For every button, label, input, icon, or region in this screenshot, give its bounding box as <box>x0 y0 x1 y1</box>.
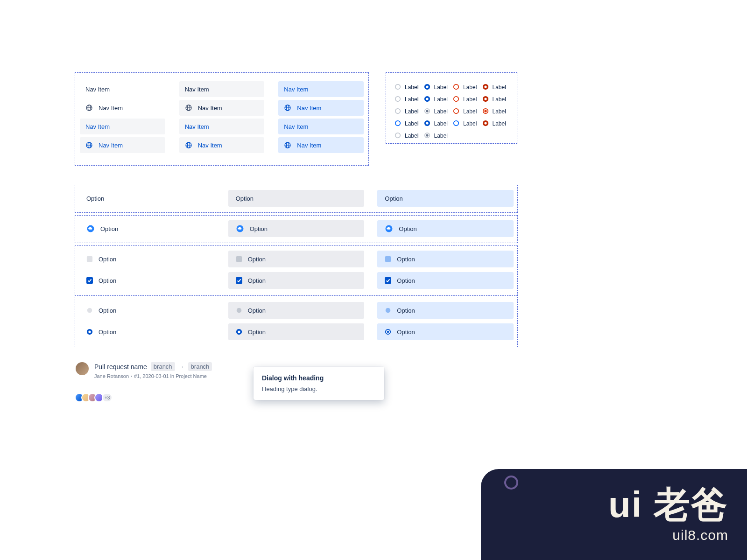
checkbox-checked-icon <box>385 277 391 284</box>
radio-label: Label <box>405 108 418 115</box>
radio-item[interactable]: Label <box>424 105 453 118</box>
svg-point-39 <box>87 308 92 313</box>
radio-item[interactable]: Label <box>424 81 453 93</box>
option-checkbox-unchecked[interactable]: Option <box>228 251 365 267</box>
option-label: Option <box>99 277 116 284</box>
radio-item[interactable]: Label <box>424 118 453 130</box>
option-radio-checked[interactable]: Option <box>79 323 215 340</box>
option-item[interactable]: Option <box>377 220 514 237</box>
option-radio-checked[interactable]: Option <box>228 323 365 340</box>
radio-icon <box>453 96 459 104</box>
cloud-icon <box>385 224 393 233</box>
radio-item[interactable]: Label <box>453 105 482 118</box>
radio-item[interactable]: Label <box>453 118 482 130</box>
svg-point-41 <box>88 330 91 333</box>
svg-point-14 <box>484 98 486 100</box>
radio-icon <box>424 132 430 140</box>
nav-item-active[interactable]: Nav Item <box>80 119 165 134</box>
branch-from[interactable]: branch <box>151 362 175 371</box>
radio-item[interactable]: Label <box>482 118 512 130</box>
svg-point-27 <box>395 133 401 138</box>
option-label: Option <box>250 225 268 232</box>
nav-label: Nav Item <box>284 86 308 93</box>
globe-icon <box>85 141 93 149</box>
nav-item[interactable]: Nav Item <box>80 81 165 97</box>
radio-label: Label <box>405 96 418 103</box>
radio-item[interactable]: Label <box>482 105 512 118</box>
nav-item-hover-with-icon[interactable]: Nav Item <box>179 100 265 116</box>
option-checkbox-checked[interactable]: Option <box>377 272 514 289</box>
nav-label: Nav Item <box>85 123 110 130</box>
checkbox-checked-icon <box>86 277 93 284</box>
author-avatar[interactable] <box>76 362 89 375</box>
radio-checked-icon <box>236 329 242 335</box>
option-label: Option <box>248 307 266 314</box>
option-radio-checked[interactable]: Option <box>377 323 514 340</box>
radio-item[interactable]: Label <box>453 81 482 93</box>
globe-icon <box>85 104 93 112</box>
radio-label: Label <box>493 120 506 127</box>
nav-item-selected-with-icon[interactable]: Nav Item <box>278 137 364 153</box>
radio-item[interactable]: Label <box>395 81 424 93</box>
watermark-dot-icon <box>504 476 518 490</box>
radio-icon <box>482 84 489 91</box>
option-label: Option <box>248 329 266 336</box>
watermark-main: ui 老爸 <box>608 486 728 523</box>
radio-label: Label <box>434 96 448 103</box>
nav-item-selected[interactable]: Nav Item <box>278 119 364 134</box>
option-checkbox-checked[interactable]: Option <box>79 272 215 289</box>
svg-point-47 <box>387 331 389 333</box>
svg-point-20 <box>484 110 486 112</box>
option-checkbox-unchecked[interactable]: Option <box>79 251 215 267</box>
option-item[interactable]: Option <box>79 190 215 207</box>
radio-item[interactable]: Label <box>482 81 512 93</box>
option-radio-unchecked[interactable]: Option <box>377 302 514 319</box>
option-item[interactable]: Option <box>228 220 365 237</box>
radio-item[interactable]: Label <box>453 93 482 105</box>
option-label: Option <box>99 256 116 263</box>
radio-item[interactable]: Label <box>395 118 424 130</box>
option-radio-unchecked[interactable]: Option <box>228 302 365 319</box>
option-item[interactable]: Option <box>79 220 215 237</box>
nav-item-active[interactable]: Nav Item <box>179 119 265 134</box>
radio-item[interactable]: Label <box>395 130 424 142</box>
svg-point-44 <box>238 330 240 333</box>
radio-item[interactable]: Label <box>424 130 453 142</box>
nav-item-hover[interactable]: Nav Item <box>179 81 265 97</box>
radio-icon <box>395 96 401 104</box>
option-label: Option <box>100 225 118 232</box>
nav-item-with-icon[interactable]: Nav Item <box>80 100 165 116</box>
option-checkbox-checked[interactable]: Option <box>228 272 365 289</box>
checkbox-checked-icon <box>236 277 242 284</box>
option-item[interactable]: Option <box>377 190 514 207</box>
radio-item[interactable]: Label <box>395 93 424 105</box>
svg-point-15 <box>395 108 401 113</box>
radio-icon <box>424 84 430 91</box>
option-radio-unchecked[interactable]: Option <box>79 302 215 319</box>
option-label: Option <box>397 277 415 284</box>
svg-point-12 <box>454 96 459 101</box>
svg-point-24 <box>454 120 459 126</box>
radio-item[interactable]: Label <box>395 105 424 118</box>
cloud-icon <box>86 224 95 233</box>
nav-item-selected-with-icon[interactable]: Nav Item <box>278 100 364 116</box>
option-item[interactable]: Option <box>228 190 365 207</box>
option-checkbox-unchecked[interactable]: Option <box>377 251 514 267</box>
radio-icon <box>453 120 459 128</box>
radio-showcase: LabelLabelLabelLabelLabelLabelLabelLabel… <box>386 72 517 144</box>
radio-item[interactable]: Label <box>424 93 453 105</box>
nav-col-2: Nav Item Nav Item Nav Item Nav Item <box>179 81 265 160</box>
radio-icon <box>385 307 391 314</box>
option-label: Option <box>236 195 254 202</box>
radio-icon <box>453 84 459 91</box>
radio-label: Label <box>463 108 477 115</box>
nav-item-active-with-icon[interactable]: Nav Item <box>179 137 265 153</box>
option-row-icon: Option Option Option <box>75 215 518 243</box>
radio-label: Label <box>434 133 448 139</box>
avatar-more[interactable]: +3 <box>102 393 113 402</box>
branch-to[interactable]: branch <box>188 362 212 371</box>
option-label: Option <box>248 256 266 263</box>
radio-item[interactable]: Label <box>482 93 512 105</box>
nav-item-active-with-icon[interactable]: Nav Item <box>80 137 165 153</box>
nav-item-selected[interactable]: Nav Item <box>278 81 364 97</box>
